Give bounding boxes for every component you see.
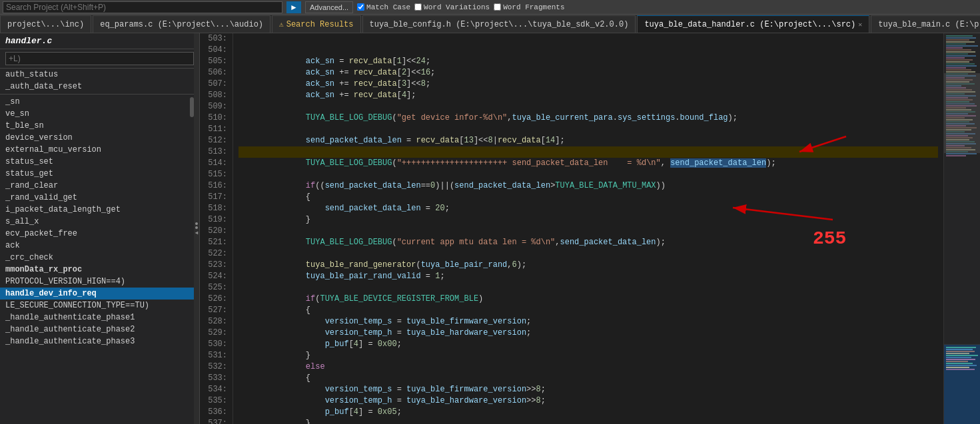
search-input[interactable]: [6, 3, 266, 12]
code-line-511: send_packet_data_len = recv_data[13]<<8|…: [239, 124, 938, 135]
sidebar-separator-1: [0, 94, 199, 95]
main-layout: handler.c auth_status _auth_data_reset _…: [0, 33, 980, 424]
minimap-content[interactable]: [944, 33, 980, 424]
minimap: [943, 33, 980, 424]
warning-icon: ⚠: [279, 20, 284, 29]
sidebar-item-handle-dev-info-req[interactable]: handle_dev_info_req: [0, 288, 199, 300]
sidebar-item-packet-data-length-get[interactable]: i_packet_data_length_get: [0, 204, 199, 216]
sidebar-item-device-version[interactable]: device_version: [0, 132, 199, 144]
sidebar-item-handle-auth-phase3[interactable]: _handle_authenticate_phase3: [0, 335, 199, 347]
code-line-515: if((send_packet_data_len==0)||(send_pack…: [239, 169, 938, 180]
code-line-527: version_temp_s = tuya_ble_firmware_versi…: [239, 305, 938, 316]
sidebar-item-external-mcu-version[interactable]: external_mcu_version: [0, 144, 199, 156]
sidebar-resize-handle[interactable]: ◀: [194, 33, 199, 424]
sidebar-item-t-ble-sn[interactable]: t_ble_sn: [0, 120, 199, 132]
code-line-509: TUYA_BLE_LOG_DEBUG("get device infor-%d\…: [239, 101, 938, 112]
tab-bar: project\...\inc) eq_params.c (E:\project…: [0, 15, 980, 33]
code-line-537: p_buf[0] = (version_temp_s>>8)&0xff;: [239, 418, 938, 424]
sidebar-item-ecv-packet-free[interactable]: ecv_packet_free: [0, 228, 199, 240]
sidebar-item-status-set[interactable]: status_set: [0, 156, 199, 168]
code-line-522: tuya_ble_rand_generator(tuya_ble_pair_ra…: [239, 248, 938, 260]
tab-label: tuya_ble_data_handler.c (E:\project\...\…: [644, 20, 855, 29]
code-line-519: [239, 214, 938, 226]
line-numbers: 503: 504: 505: 506: 507: 508: 509: 510: …: [200, 33, 233, 424]
sidebar: handler.c auth_status _auth_data_reset _…: [0, 33, 200, 424]
sidebar-search-container: [0, 49, 199, 69]
word-fragments-checkbox[interactable]: [494, 3, 501, 11]
code-line-520: TUYA_BLE_LOG_DEBUG("current app mtu data…: [239, 226, 938, 237]
sidebar-item-protocol-version[interactable]: PROTOCOL_VERSION_HIGN==4): [0, 276, 199, 288]
code-line-504: ack_sn = recv_data[1]<<24;: [239, 45, 938, 56]
tab-1[interactable]: project\...\inc): [0, 15, 91, 33]
word-fragments-checkbox-container[interactable]: Word Fragments: [494, 3, 564, 11]
tab-label: Search Results: [286, 20, 354, 29]
word-variations-checkbox[interactable]: [414, 3, 422, 11]
sidebar-scrollbar[interactable]: [190, 71, 194, 424]
sidebar-search-input[interactable]: [5, 52, 194, 65]
sidebar-item-crc-check[interactable]: _crc_check: [0, 252, 199, 264]
sidebar-item-le-secure[interactable]: LE_SECURE_CONNECTION_TYPE==TU): [0, 300, 199, 312]
minimap-bottom-section: [944, 344, 980, 424]
tab-6[interactable]: tuya_ble_main.c (E:\project: [871, 15, 980, 33]
tab-label: eq_params.c (E:\project\...\audio): [100, 20, 263, 29]
tab-label: project\...\inc): [7, 20, 84, 29]
sidebar-title: handler.c: [0, 33, 199, 49]
code-line-531: else: [239, 350, 938, 361]
tab-5-active[interactable]: tuya_ble_data_handler.c (E:\project\...\…: [637, 15, 869, 33]
word-variations-label: Word Variations: [424, 3, 490, 11]
sidebar-item-common-data-rx-proc[interactable]: mmonData_rx_proc: [0, 264, 199, 276]
sidebar-item-auth-status[interactable]: auth_status: [0, 69, 199, 81]
sidebar-scrollbar-thumb: [190, 97, 194, 117]
code-container: 503: 504: 505: 506: 507: 508: 509: 510: …: [200, 33, 980, 424]
code-line-517: send_packet_data_len = 20;: [239, 192, 938, 203]
tab-4[interactable]: tuya_ble_config.h (E:\project\...\tuya_b…: [362, 15, 636, 33]
tab-label: tuya_ble_config.h (E:\project\...\tuya_b…: [370, 20, 629, 29]
sidebar-item-sn[interactable]: _sn: [0, 96, 199, 108]
sidebar-item-handle-auth-phase1[interactable]: _handle_authenticate_phase1: [0, 312, 199, 323]
sidebar-item-rand-valid-get[interactable]: _rand_valid_get: [0, 192, 199, 204]
code-lines[interactable]: ack_sn = recv_data[1]<<24; ack_sn += rec…: [233, 33, 943, 424]
code-line-532: {: [239, 361, 938, 373]
word-variations-checkbox-container[interactable]: Word Variations: [414, 3, 490, 11]
tab-2[interactable]: eq_params.c (E:\project\...\audio): [93, 15, 270, 33]
search-go-button[interactable]: ►: [286, 1, 301, 13]
sidebar-item-auth-data-reset[interactable]: _auth_data_reset: [0, 81, 199, 93]
word-fragments-label: Word Fragments: [503, 3, 564, 11]
code-line-513: TUYA_BLE_LOG_DEBUG("++++++++++++++++++++…: [239, 146, 938, 158]
toolbar: ► Advanced... Match Case Word Variations…: [0, 0, 980, 15]
sidebar-item-ack[interactable]: ack: [0, 240, 199, 252]
code-line-503: [239, 33, 938, 45]
search-box[interactable]: [3, 1, 282, 13]
code-line-533: version_temp_s = tuya_ble_firmware_versi…: [239, 373, 938, 384]
match-case-checkbox-container[interactable]: Match Case: [357, 3, 410, 11]
advanced-button[interactable]: Advanced...: [305, 1, 353, 13]
sidebar-item-handle-auth-phase2[interactable]: _handle_authenticate_phase2: [0, 323, 199, 335]
sidebar-item-rand-clear[interactable]: _rand_clear: [0, 180, 199, 192]
tab-label: tuya_ble_main.c (E:\project: [878, 20, 980, 29]
tab-3-search-results[interactable]: ⚠ Search Results: [272, 15, 360, 33]
sidebar-item-s-all-x[interactable]: s_all_x: [0, 216, 199, 228]
code-line-525: if(TUYA_BLE_DEVICE_REGISTER_FROM_BLE): [239, 282, 938, 294]
match-case-checkbox[interactable]: [357, 3, 364, 11]
match-case-label: Match Case: [366, 3, 410, 11]
sidebar-item-ve-sn[interactable]: ve_sn: [0, 108, 199, 120]
editor-area: 503: 504: 505: 506: 507: 508: 509: 510: …: [200, 33, 980, 424]
minimap-viewport: [944, 73, 980, 153]
sidebar-list: auth_status _auth_data_reset _sn ve_sn t…: [0, 69, 199, 424]
sidebar-item-status-get[interactable]: status_get: [0, 168, 199, 180]
tab-close-icon[interactable]: ✕: [858, 21, 862, 29]
